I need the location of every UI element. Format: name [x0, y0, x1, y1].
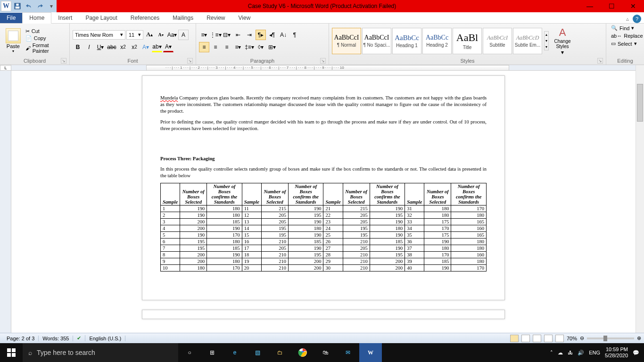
- rtl-icon[interactable]: ◂¶: [267, 30, 277, 40]
- tray-chevron-icon[interactable]: ˄: [550, 350, 553, 356]
- style-Title[interactable]: AaBlTitle: [453, 28, 482, 54]
- undo-icon[interactable]: [24, 1, 34, 11]
- style-Subtitle[interactable]: AaBbCcISubtitle: [483, 28, 512, 54]
- network-icon[interactable]: 🖧: [568, 350, 573, 355]
- font-size-select[interactable]: 11 ▾: [126, 30, 143, 40]
- outline-view-icon[interactable]: [544, 335, 553, 342]
- web-layout-view-icon[interactable]: [533, 335, 541, 342]
- shading-icon[interactable]: ◊▾: [256, 42, 266, 52]
- notifications-icon[interactable]: 💬: [633, 350, 639, 356]
- subscript-button[interactable]: x2: [118, 42, 128, 52]
- help-icon[interactable]: ?: [633, 15, 641, 23]
- styles-gallery[interactable]: AaBbCcI¶ NormalAaBbCcI¶ No Spaci...AaBbC…: [332, 28, 542, 54]
- replace-button[interactable]: ab↔ Replace: [609, 33, 641, 39]
- italic-button[interactable]: I: [84, 42, 94, 52]
- line-spacing-icon[interactable]: ‡≡▾: [244, 42, 255, 52]
- taskbar-search[interactable]: ⌕ Type here to search: [23, 343, 178, 362]
- style--No-Spaci-[interactable]: AaBbCcI¶ No Spaci...: [362, 28, 391, 54]
- numbering-icon[interactable]: ⋮≡▾: [210, 30, 221, 40]
- vertical-ruler[interactable]: L: [0, 71, 11, 341]
- multilevel-icon[interactable]: ⊟▾: [222, 30, 232, 40]
- minimize-ribbon-icon[interactable]: ▵: [623, 15, 632, 23]
- align-right-icon[interactable]: ≡: [222, 42, 232, 52]
- superscript-button[interactable]: x2: [129, 42, 140, 52]
- tab-insert[interactable]: Insert: [51, 13, 79, 23]
- proofing-icon[interactable]: ✔: [73, 335, 85, 341]
- photos-icon[interactable]: ▧: [246, 343, 269, 362]
- minimize-button[interactable]: —: [579, 0, 601, 12]
- clipboard-dialog-icon[interactable]: ↘: [61, 58, 66, 64]
- tab-view[interactable]: View: [232, 13, 257, 23]
- tab-review[interactable]: Review: [200, 13, 231, 23]
- underline-button[interactable]: U▾: [95, 42, 106, 52]
- edge-icon[interactable]: e: [223, 343, 246, 362]
- font-dialog-icon[interactable]: ↘: [187, 58, 193, 64]
- horizontal-ruler[interactable]: · · · | · · · 1 · · · | · · · 2 · · · | …: [11, 65, 636, 71]
- volume-icon[interactable]: 🔊: [578, 350, 584, 356]
- font-color-icon[interactable]: A▾: [163, 42, 173, 52]
- sort-icon[interactable]: A↓: [278, 30, 289, 40]
- change-case-icon[interactable]: Aa▾: [167, 30, 177, 40]
- vertical-scrollbar[interactable]: [636, 65, 644, 341]
- page-status[interactable]: Page: 2 of 3: [3, 336, 39, 341]
- maximize-button[interactable]: ☐: [601, 0, 622, 12]
- cortana-icon[interactable]: ○: [178, 343, 201, 362]
- zoom-slider[interactable]: [587, 337, 634, 339]
- grow-font-icon[interactable]: A▴: [144, 30, 155, 40]
- draft-view-icon[interactable]: [555, 335, 564, 342]
- style-Subtle-Em-[interactable]: AaBbCcDSubtle Em...: [513, 28, 542, 54]
- tray-clock[interactable]: 10:59 PM5/28/2020: [605, 346, 628, 359]
- zoom-out-icon[interactable]: ⊖: [580, 335, 584, 341]
- tab-selector-icon[interactable]: L: [0, 65, 11, 71]
- word-count[interactable]: Words: 355: [39, 336, 73, 341]
- onedrive-icon[interactable]: ☁: [558, 350, 563, 356]
- format-painter-button[interactable]: 🖌 Format Painter: [25, 42, 66, 54]
- style-Heading-1[interactable]: AaBbCcHeading 1: [392, 28, 421, 54]
- increase-indent-icon[interactable]: ⇥: [244, 30, 255, 40]
- tab-page-layout[interactable]: Page Layout: [79, 13, 124, 23]
- qat-dropdown-icon[interactable]: ▾: [46, 1, 57, 11]
- select-button[interactable]: ▭ Select ▾: [609, 40, 641, 47]
- align-center-icon[interactable]: ≡: [210, 42, 221, 52]
- styles-dialog-icon[interactable]: ↘: [597, 58, 603, 64]
- clear-format-icon[interactable]: A: [178, 30, 189, 40]
- chrome-icon[interactable]: [291, 343, 314, 362]
- task-view-icon[interactable]: ⊞: [201, 343, 223, 362]
- tab-mailings[interactable]: Mailings: [166, 13, 200, 23]
- ltr-icon[interactable]: ¶▸: [256, 30, 266, 40]
- document-viewport[interactable]: Mundela Company produces glass boards. R…: [11, 71, 636, 341]
- redo-icon[interactable]: [35, 1, 45, 11]
- align-left-icon[interactable]: ≡: [199, 42, 209, 52]
- copy-button[interactable]: 📄 Copy: [25, 35, 66, 41]
- tab-file[interactable]: File: [0, 13, 22, 23]
- change-styles-button[interactable]: A Change Styles▾: [551, 26, 574, 56]
- close-button[interactable]: ✕: [622, 0, 644, 12]
- language-status[interactable]: English (U.S.): [85, 336, 125, 341]
- zoom-in-icon[interactable]: ⊕: [637, 335, 641, 341]
- font-name-select[interactable]: Times New Rom ▾: [73, 30, 125, 40]
- tab-references[interactable]: References: [124, 13, 166, 23]
- strike-button[interactable]: abc: [107, 42, 117, 52]
- borders-icon[interactable]: ⊞▾: [267, 42, 277, 52]
- styles-more-icon[interactable]: ▾: [545, 44, 548, 50]
- bullets-icon[interactable]: ≡▾: [199, 30, 209, 40]
- tray-language[interactable]: ENG: [589, 350, 600, 355]
- mail-icon[interactable]: ✉: [337, 343, 359, 362]
- explorer-icon[interactable]: 🗀: [269, 343, 291, 362]
- word-icon[interactable]: W: [1, 1, 11, 11]
- style--Normal[interactable]: AaBbCcI¶ Normal: [332, 28, 361, 54]
- justify-icon[interactable]: ≡▾: [233, 42, 243, 52]
- print-layout-view-icon[interactable]: [510, 335, 519, 342]
- cut-button[interactable]: ✂ Cut: [25, 28, 66, 34]
- store-icon[interactable]: 🛍: [314, 343, 337, 362]
- word-taskbar-icon[interactable]: W: [359, 343, 382, 362]
- styles-scroll-down-icon[interactable]: ▾: [545, 38, 548, 44]
- text-effects-icon[interactable]: A▾: [140, 42, 151, 52]
- paste-button[interactable]: Paste ▾: [3, 28, 24, 53]
- style-Heading-2[interactable]: AaBbCcHeading 2: [422, 28, 452, 54]
- start-button[interactable]: [0, 343, 23, 362]
- show-marks-icon[interactable]: ¶: [289, 30, 300, 40]
- highlight-icon[interactable]: ab▾: [152, 42, 162, 52]
- shrink-font-icon[interactable]: A▾: [156, 30, 166, 40]
- find-button[interactable]: 🔍 Find ▾: [609, 25, 641, 32]
